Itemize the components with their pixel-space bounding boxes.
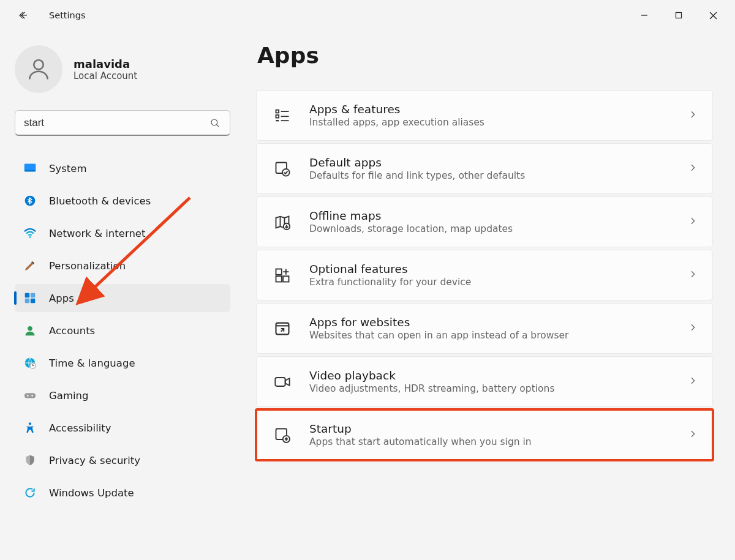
sidebar-item-label: System xyxy=(49,163,87,174)
main-content: Apps Apps & features Installed apps, app… xyxy=(245,31,735,560)
card-apps-for-websites[interactable]: Apps for websites Websites that can open… xyxy=(256,303,713,354)
grid-plus-icon xyxy=(271,267,293,284)
app-title: Settings xyxy=(49,10,85,20)
accessibility-icon xyxy=(23,421,37,435)
chevron-right-icon xyxy=(688,110,698,122)
svg-rect-1 xyxy=(676,13,682,18)
svg-point-4 xyxy=(34,60,43,69)
svg-rect-33 xyxy=(283,276,288,282)
card-title: Default apps xyxy=(309,156,688,169)
card-title: Optional features xyxy=(309,263,688,275)
search-input[interactable] xyxy=(15,110,230,136)
sidebar-item-label: Windows Update xyxy=(49,487,134,499)
svg-line-6 xyxy=(216,124,219,127)
profile-block[interactable]: malavida Local Account xyxy=(15,45,230,110)
settings-cards: Apps & features Installed apps, app exec… xyxy=(256,90,713,460)
card-video-playback[interactable]: Video playback Video adjustments, HDR st… xyxy=(256,356,713,407)
sidebar-item-label: Bluetooth & devices xyxy=(49,195,151,207)
chevron-right-icon xyxy=(688,429,698,441)
card-sub: Downloads, storage location, map updates xyxy=(309,223,688,234)
svg-point-10 xyxy=(29,236,31,238)
person-icon xyxy=(25,56,52,83)
svg-rect-32 xyxy=(276,276,282,282)
search-box xyxy=(15,110,230,136)
sidebar-item-bluetooth[interactable]: Bluetooth & devices xyxy=(15,187,230,215)
card-offline-maps[interactable]: Offline maps Downloads, storage location… xyxy=(256,196,713,247)
sidebar-item-personalization[interactable]: Personalization xyxy=(15,252,230,280)
chevron-right-icon xyxy=(688,323,698,335)
back-button[interactable] xyxy=(11,3,36,28)
sidebar-item-accessibility[interactable]: Accessibility xyxy=(15,414,230,442)
sidebar-item-windows-update[interactable]: Windows Update xyxy=(15,479,230,507)
sidebar-item-label: Privacy & security xyxy=(49,455,140,466)
card-title: Apps & features xyxy=(309,103,688,116)
globe-clock-icon xyxy=(23,356,37,370)
close-button[interactable] xyxy=(696,3,730,28)
shield-icon xyxy=(23,454,37,467)
apps-icon xyxy=(23,291,37,305)
card-default-apps[interactable]: Default apps Defaults for file and link … xyxy=(256,143,713,194)
search-button[interactable] xyxy=(203,110,227,136)
window-link-icon xyxy=(271,320,293,337)
window-controls xyxy=(627,3,730,28)
maximize-button[interactable] xyxy=(662,3,696,28)
chevron-right-icon xyxy=(688,269,698,282)
person-circle-icon xyxy=(23,324,37,337)
svg-point-20 xyxy=(31,395,33,397)
sidebar: malavida Local Account System Bluetooth … xyxy=(0,31,245,560)
map-icon xyxy=(271,214,293,231)
svg-rect-13 xyxy=(25,299,30,304)
sidebar-item-privacy[interactable]: Privacy & security xyxy=(15,446,230,474)
card-sub: Video adjustments, HDR streaming, batter… xyxy=(309,383,688,394)
sidebar-item-label: Network & internet xyxy=(49,228,145,239)
search-icon xyxy=(209,118,221,129)
default-apps-icon xyxy=(271,160,293,177)
sidebar-item-network[interactable]: Network & internet xyxy=(15,219,230,247)
chevron-right-icon xyxy=(688,216,698,228)
sidebar-item-label: Accessibility xyxy=(49,422,111,434)
sidebar-item-label: Personalization xyxy=(49,260,126,272)
card-optional-features[interactable]: Optional features Extra functionality fo… xyxy=(256,250,713,301)
paintbrush-icon xyxy=(23,259,37,272)
sidebar-item-gaming[interactable]: Gaming xyxy=(15,381,230,409)
minimize-icon xyxy=(641,12,648,19)
gamepad-icon xyxy=(23,389,37,402)
svg-rect-31 xyxy=(276,269,282,274)
svg-rect-18 xyxy=(24,393,36,398)
svg-rect-8 xyxy=(24,164,36,170)
list-icon xyxy=(271,107,293,124)
sidebar-item-apps[interactable]: Apps xyxy=(15,284,230,312)
titlebar: Settings xyxy=(0,0,735,31)
sidebar-nav: System Bluetooth & devices Network & int… xyxy=(15,154,230,507)
sidebar-item-time-language[interactable]: Time & language xyxy=(15,349,230,377)
bluetooth-icon xyxy=(23,194,37,207)
sidebar-item-label: Time & language xyxy=(49,357,135,369)
sidebar-item-label: Gaming xyxy=(49,390,89,401)
video-icon xyxy=(271,373,293,390)
card-sub: Extra functionality for your device xyxy=(309,277,688,288)
card-apps-features[interactable]: Apps & features Installed apps, app exec… xyxy=(256,90,713,141)
svg-rect-22 xyxy=(276,110,279,113)
sidebar-item-system[interactable]: System xyxy=(15,154,230,182)
sidebar-item-accounts[interactable]: Accounts xyxy=(15,316,230,345)
minimize-button[interactable] xyxy=(627,3,662,28)
card-title: Startup xyxy=(309,422,688,435)
svg-point-21 xyxy=(29,422,31,425)
svg-rect-12 xyxy=(31,293,36,298)
profile-sub: Local Account xyxy=(74,70,137,81)
svg-point-15 xyxy=(28,326,32,331)
card-startup[interactable]: Startup Apps that start automatically wh… xyxy=(256,409,713,460)
update-icon xyxy=(23,486,37,499)
monitor-icon xyxy=(23,162,37,175)
card-sub: Websites that can open in an app instead… xyxy=(309,330,688,341)
svg-point-5 xyxy=(211,119,217,125)
chevron-right-icon xyxy=(688,376,698,388)
card-title: Apps for websites xyxy=(309,316,688,329)
card-sub: Defaults for file and link types, other … xyxy=(309,170,688,181)
avatar xyxy=(15,45,62,93)
card-title: Video playback xyxy=(309,369,688,382)
svg-rect-35 xyxy=(275,378,285,386)
svg-rect-11 xyxy=(25,293,30,298)
profile-name: malavida xyxy=(74,58,137,70)
svg-rect-23 xyxy=(276,114,279,118)
